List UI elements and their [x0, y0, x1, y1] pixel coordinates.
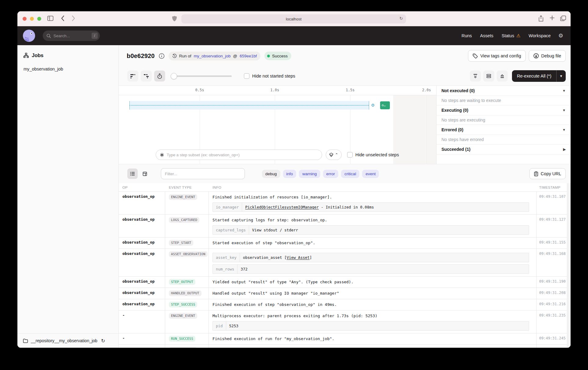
chevron-down-icon[interactable]: ▼: [562, 89, 566, 92]
level-chip-warning[interactable]: warning: [299, 170, 320, 178]
reload-icon[interactable]: ↻: [399, 16, 403, 21]
waterfall-gantt-icon[interactable]: [141, 71, 152, 82]
log-timestamp: 09:49:31.245: [537, 333, 571, 344]
job-link[interactable]: my_observation_job: [194, 54, 230, 58]
log-filter-input[interactable]: [165, 172, 241, 176]
search-input[interactable]: [53, 34, 89, 38]
metadata-link[interactable]: View Asset: [287, 255, 310, 260]
log-message: Multiprocess executor: parent process ex…: [212, 312, 529, 319]
log-row[interactable]: observation_opLOGS_CAPTUREDStarted captu…: [119, 215, 571, 238]
chevron-right-icon[interactable]: ▶: [563, 147, 566, 151]
privacy-shield-icon[interactable]: [172, 16, 177, 22]
checkbox-icon[interactable]: [244, 73, 249, 79]
slider-knob[interactable]: [171, 73, 177, 79]
back-button[interactable]: [61, 15, 64, 21]
section-succeeded[interactable]: Succeeded (1) ▶: [437, 144, 571, 154]
forward-button[interactable]: [72, 15, 75, 21]
repository-row[interactable]: __repository__my_observation_job ↻: [17, 333, 118, 348]
metadata-link[interactable]: PickledObjectFilesystemIOManager: [245, 205, 319, 209]
log-scrollbar[interactable]: [567, 183, 571, 348]
refresh-icon[interactable]: ↻: [101, 338, 105, 344]
level-chip-info[interactable]: info: [283, 170, 296, 178]
metadata-value: PickledObjectFilesystemIOManager - Initi…: [242, 203, 377, 212]
log-op: observation_op: [119, 299, 165, 310]
share-icon[interactable]: [538, 15, 544, 22]
log-event-type: HANDLED_OUTPUT: [165, 288, 209, 299]
section-not-executed[interactable]: Not executed (0) ▼: [437, 86, 571, 96]
log-event-type: RUN_SUCCESS: [165, 333, 209, 344]
level-chip-debug[interactable]: debug: [262, 170, 280, 178]
copy-url-button[interactable]: Copy URL: [529, 168, 566, 179]
dagster-logo[interactable]: [23, 29, 35, 42]
log-message: Yielded output "result" of type "Any". (…: [212, 278, 529, 285]
reexecute-dropdown-caret[interactable]: ▼: [556, 70, 566, 82]
info-icon[interactable]: [159, 53, 165, 59]
log-timestamp: 09:49:31.265: [537, 345, 571, 348]
view-tags-config-button[interactable]: View tags and config: [468, 50, 526, 62]
log-op: observation_op: [119, 249, 165, 276]
log-message: Finished execution of step "observation_…: [212, 301, 529, 308]
tab-overview-icon[interactable]: [560, 15, 566, 21]
step-subset-input-wrap[interactable]: [156, 150, 322, 160]
hide-not-started-checkbox[interactable]: Hide not started steps: [244, 73, 295, 79]
level-chip-event[interactable]: event: [362, 170, 379, 178]
flat-gantt-icon[interactable]: [127, 71, 138, 82]
list-view-icon[interactable]: [127, 169, 138, 179]
repository-name: __repository__my_observation_job: [31, 338, 97, 343]
sidebar-item-my-observation-job[interactable]: my_observation_job: [17, 67, 118, 71]
section-executing[interactable]: Executing (0) ▼: [437, 105, 571, 115]
chevron-down-icon[interactable]: ▼: [562, 128, 566, 132]
structured-view-icon[interactable]: [140, 169, 150, 179]
rows-icon[interactable]: [483, 71, 494, 82]
zoom-window-button[interactable]: [37, 17, 41, 21]
nav-workspace[interactable]: Workspace: [529, 33, 551, 38]
debug-file-button[interactable]: Debug file: [529, 50, 566, 62]
gantt-event-marker-icon[interactable]: [372, 104, 374, 107]
log-row[interactable]: observation_opSTEP_STARTStarted executio…: [119, 238, 571, 249]
folder-icon: [23, 339, 28, 343]
zoom-slider[interactable]: [171, 73, 232, 79]
nav-status[interactable]: Status⚠: [502, 33, 521, 38]
section-errored[interactable]: Errored (0) ▼: [437, 125, 571, 135]
url-bar[interactable]: localhost ↻: [181, 14, 406, 24]
step-subset-input[interactable]: [167, 153, 318, 157]
gantt-step-observation-op[interactable]: o…: [380, 101, 390, 109]
log-row[interactable]: observation_opASSET_OBSERVATIONasset_key…: [119, 249, 571, 277]
log-timestamp: 09:49:31.208: [537, 288, 571, 299]
expand-down-icon[interactable]: [470, 71, 481, 82]
log-row[interactable]: -ENGINE_EVENTMultiprocess executor: pare…: [119, 310, 571, 333]
checkbox-icon[interactable]: [347, 152, 353, 158]
level-chip-critical[interactable]: critical: [341, 170, 359, 178]
reexecute-all-button[interactable]: Re-execute All (*) ▼: [512, 70, 566, 82]
commit-link[interactable]: 659ee1bf: [240, 54, 257, 58]
log-op: observation_op: [119, 238, 165, 248]
log-row[interactable]: observation_opENGINE_EVENTFinished initi…: [119, 192, 571, 215]
log-message: Started capturing logs for step: observa…: [212, 216, 529, 223]
log-row[interactable]: -RUN_SUCCESSFinished execution of run fo…: [119, 333, 571, 345]
hide-unselected-checkbox[interactable]: Hide unselected steps: [347, 152, 399, 158]
chevron-down-icon[interactable]: ▼: [562, 108, 566, 112]
timer-icon[interactable]: [154, 71, 165, 82]
global-search[interactable]: /: [43, 31, 100, 41]
metadata-key: captured_logs: [213, 226, 249, 234]
collapse-up-icon[interactable]: [497, 71, 508, 82]
nav-assets[interactable]: Assets: [480, 33, 494, 38]
level-chip-error[interactable]: error: [323, 170, 339, 178]
log-filter-wrap[interactable]: [161, 168, 245, 179]
log-row[interactable]: observation_opHANDLED_OUTPUTHandled outp…: [119, 288, 571, 299]
log-row[interactable]: -ENGINE_EVENTProcess for run exited (pid…: [119, 345, 571, 348]
sidebar-toggle-icon[interactable]: [47, 16, 53, 21]
desktop-background: localhost ↻: [0, 0, 588, 370]
close-window-button[interactable]: [23, 17, 27, 21]
log-row[interactable]: observation_opSTEP_OUTPUTYielded output …: [119, 277, 571, 288]
settings-gear-icon[interactable]: ⚙: [558, 32, 563, 39]
nav-runs[interactable]: Runs: [462, 33, 472, 38]
log-event-type: ENGINE_EVENT: [165, 310, 209, 333]
metadata-value: observation_asset [View Asset]: [240, 253, 315, 262]
graph-query-toggle-button[interactable]: ⌃: [326, 150, 342, 160]
minimize-window-button[interactable]: [30, 17, 34, 21]
new-tab-icon[interactable]: [549, 15, 555, 21]
log-row[interactable]: observation_opSTEP_SUCCESSFinished execu…: [119, 299, 571, 310]
log-timestamp: 09:49:31.168: [537, 249, 571, 276]
gantt-toolbar: Hide not started steps Re-execute All (*…: [119, 67, 571, 85]
